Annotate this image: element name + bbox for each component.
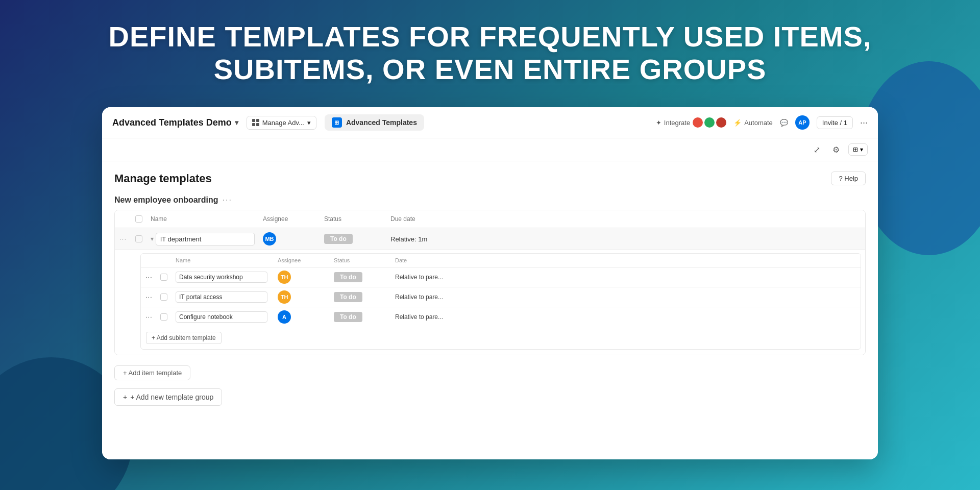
advanced-templates-tab[interactable]: ⊞ Advanced Templates xyxy=(325,114,424,131)
tab-icon: ⊞ xyxy=(332,117,342,128)
subitem-checkbox-cell xyxy=(157,290,173,304)
subitem-name-cell xyxy=(173,288,275,306)
group-options-icon[interactable]: ··· xyxy=(223,195,232,205)
subitem-assignee-avatar: A xyxy=(278,310,291,324)
subitem-date-cell: Relative to pare... xyxy=(392,290,861,304)
subitem-status-cell: To do xyxy=(331,269,392,285)
card-header: Advanced Templates Demo ▾ Manage Adv... … xyxy=(102,107,878,138)
comments-action[interactable]: 💬 xyxy=(780,119,788,127)
view-button[interactable]: ⊞ ▾ xyxy=(848,143,868,156)
view-chevron-icon: ▾ xyxy=(860,146,863,153)
col-assignee-header: Assignee xyxy=(259,213,320,225)
subitem-assignee-cell: TH xyxy=(275,287,331,307)
add-item-button[interactable]: + Add item template xyxy=(114,365,190,380)
help-button[interactable]: ? Help xyxy=(831,172,866,185)
manage-btn-label: Manage Adv... xyxy=(262,119,304,127)
manage-templates-title: Manage templates xyxy=(114,172,212,185)
item-status-badge[interactable]: To do xyxy=(324,234,353,244)
header-left: Advanced Templates Demo ▾ Manage Adv... … xyxy=(112,114,424,131)
integrate-icons xyxy=(693,117,726,128)
grid-icon xyxy=(252,119,259,126)
manage-button[interactable]: Manage Adv... ▾ xyxy=(247,116,316,130)
item-row: ··· ▾ MB To do Relative: 1m xyxy=(115,228,865,250)
avatar: AP xyxy=(795,115,810,130)
hero-line2: SUBITEMS, OR EVEN ENTIRE GROUPS xyxy=(41,53,939,86)
add-subitem-row: + Add subitem template xyxy=(141,327,861,349)
subitem-checkbox[interactable] xyxy=(160,293,167,301)
header-right: ✦ Integrate ⚡ Automate 💬 AP Invite / 1 ·… xyxy=(656,115,868,130)
expand-icon[interactable]: ⤢ xyxy=(810,142,824,157)
board-title-text: Advanced Templates Demo xyxy=(112,117,232,128)
subitem-status-badge[interactable]: To do xyxy=(334,312,362,322)
subitem-assignee-cell: A xyxy=(275,307,331,327)
automate-icon: ⚡ xyxy=(733,119,742,127)
manage-templates-row: Manage templates ? Help xyxy=(114,172,866,185)
subitem-name-input[interactable] xyxy=(176,311,267,323)
sub-col-date: Date xyxy=(392,256,861,265)
item-drag-handle[interactable]: ··· xyxy=(115,231,131,247)
col-status-header: Status xyxy=(320,213,386,225)
integrate-dot-3 xyxy=(716,117,726,128)
subitem-table: Name Assignee Status Date ··· TH To do xyxy=(140,253,861,350)
add-group-row: + + Add new template group xyxy=(114,388,866,406)
subitem-status-badge[interactable]: To do xyxy=(334,292,362,302)
manage-chevron-icon: ▾ xyxy=(307,119,311,127)
invite-button[interactable]: Invite / 1 xyxy=(817,116,853,129)
item-assignee-avatar: MB xyxy=(263,232,276,246)
item-duedate-cell: Relative: 1m xyxy=(386,231,865,247)
subitem-status-badge[interactable]: To do xyxy=(334,272,362,282)
subitem-drag-handle[interactable]: ··· xyxy=(141,290,157,304)
group-name: New employee onboarding xyxy=(114,195,218,205)
subitem-assignee-avatar: TH xyxy=(278,290,291,304)
subitem-status-cell: To do xyxy=(331,309,392,325)
subitem-date-cell: Relative to pare... xyxy=(392,310,861,324)
item-checkbox[interactable] xyxy=(135,235,142,242)
subitem-row: ··· TH To do Relative to pare... xyxy=(141,267,861,287)
card-content: Manage templates ? Help New employee onb… xyxy=(102,161,878,459)
subitem-checkbox-cell xyxy=(157,310,173,324)
subitem-drag-handle[interactable]: ··· xyxy=(141,271,157,284)
subitem-checkbox[interactable] xyxy=(160,274,167,281)
subitem-container: Name Assignee Status Date ··· TH To do xyxy=(115,250,865,355)
hero-text: DEFINE TEMPLATES FOR FREQUENTLY USED ITE… xyxy=(0,20,980,86)
item-expand-icon[interactable]: ▾ xyxy=(151,235,154,242)
item-name-cell: ▾ xyxy=(146,229,259,250)
add-group-button[interactable]: + + Add new template group xyxy=(114,388,222,406)
more-options-icon[interactable]: ··· xyxy=(860,117,868,128)
col-checkbox xyxy=(131,213,146,225)
item-name-input[interactable] xyxy=(156,233,255,246)
sub-col-assignee: Assignee xyxy=(275,256,331,265)
subitem-name-cell xyxy=(173,268,275,286)
integrate-dot-1 xyxy=(693,117,703,128)
subitem-name-input[interactable] xyxy=(176,291,267,303)
subitem-rows: ··· TH To do Relative to pare... ··· xyxy=(141,267,861,327)
subitem-name-cell xyxy=(173,308,275,326)
subitem-row: ··· TH To do Relative to pare... xyxy=(141,287,861,307)
automate-action[interactable]: ⚡ Automate xyxy=(733,119,773,127)
add-group-label: + Add new template group xyxy=(130,393,213,401)
chat-icon: 💬 xyxy=(780,119,788,127)
integrate-action[interactable]: ✦ Integrate xyxy=(656,117,726,128)
subitem-assignee-cell: TH xyxy=(275,267,331,287)
sparkle-icon: ✦ xyxy=(656,119,662,127)
settings-icon[interactable]: ⚙ xyxy=(829,142,843,157)
subitem-checkbox[interactable] xyxy=(160,313,167,321)
view-grid-icon: ⊞ xyxy=(853,146,858,153)
header-checkbox[interactable] xyxy=(135,215,142,223)
subitem-row: ··· A To do Relative to pare... xyxy=(141,307,861,327)
integrate-label: Integrate xyxy=(664,119,690,127)
sub-col-checkbox xyxy=(157,256,173,265)
sub-col-handle xyxy=(141,256,157,265)
subitem-date-cell: Relative to pare... xyxy=(392,271,861,284)
plus-icon: + xyxy=(123,393,127,401)
add-subitem-button[interactable]: + Add subitem template xyxy=(146,332,222,344)
toolbar-right: ⤢ ⚙ ⊞ ▾ xyxy=(810,142,868,157)
subitem-name-input[interactable] xyxy=(176,272,267,283)
subitem-drag-handle[interactable]: ··· xyxy=(141,310,157,324)
item-table: Name Assignee Status Due date ··· ▾ MB xyxy=(114,210,866,355)
col-name-header: Name xyxy=(146,213,259,225)
item-assignee-cell: MB xyxy=(259,228,320,250)
chevron-down-icon[interactable]: ▾ xyxy=(235,118,238,127)
sub-col-status: Status xyxy=(331,256,392,265)
col-handle xyxy=(115,213,131,225)
